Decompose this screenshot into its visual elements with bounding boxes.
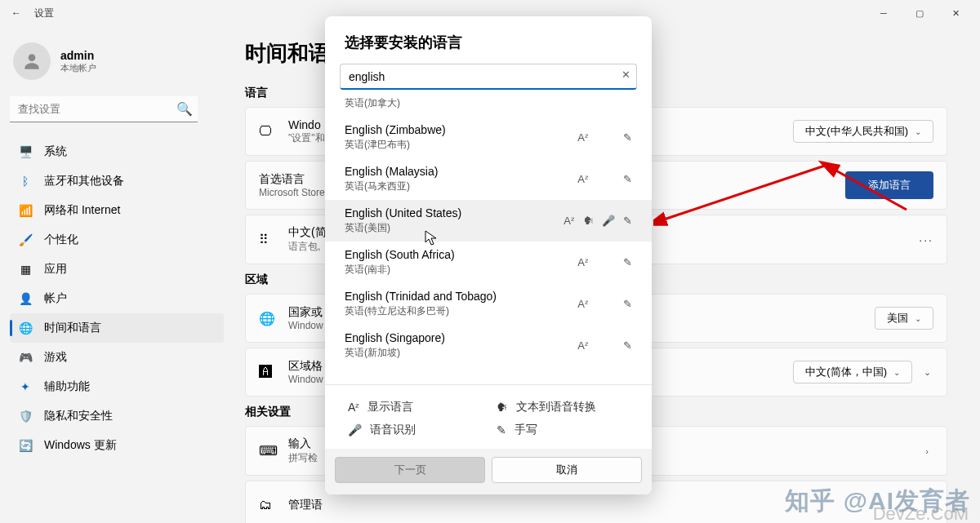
language-item[interactable]: 英语(加拿大) bbox=[325, 95, 652, 117]
add-language-dialog: 选择要安装的语言 ✕ 英语(加拿大)English (Zimbabwe)英语(津… bbox=[325, 16, 652, 494]
sidebar-item-apps[interactable]: ▦应用 bbox=[10, 255, 224, 284]
brush-icon: 🖌️ bbox=[18, 233, 33, 247]
sidebar-item-accessibility[interactable]: ✦辅助功能 bbox=[10, 372, 224, 401]
keyboard-icon: ⌨ bbox=[259, 443, 275, 459]
feature-tts: 🗣文本到语音转换 bbox=[497, 400, 629, 414]
sidebar-item-system[interactable]: 🖥️系统 bbox=[10, 137, 224, 166]
drag-icon[interactable]: ⠿ bbox=[259, 232, 275, 247]
user-block[interactable]: admin 本地帐户 bbox=[10, 36, 224, 96]
sidebar-item-privacy[interactable]: 🛡️隐私和安全性 bbox=[10, 401, 224, 431]
sidebar: admin 本地帐户 🔍 🖥️系统 ᛒ蓝牙和其他设备 📶网络和 Internet… bbox=[0, 26, 237, 523]
maximize-button[interactable]: ▢ bbox=[902, 0, 938, 26]
country-combo[interactable]: 美国⌄ bbox=[875, 307, 933, 330]
expand-toggle[interactable]: ⌄ bbox=[920, 367, 933, 378]
globe-icon: 🌐 bbox=[259, 311, 275, 326]
chevron-down-icon: ⌄ bbox=[915, 127, 921, 136]
sidebar-item-personalize[interactable]: 🖌️个性化 bbox=[10, 225, 224, 255]
svg-point-0 bbox=[29, 54, 36, 61]
watermark2: DevZe.CoM bbox=[873, 503, 969, 523]
wifi-icon: 📶 bbox=[18, 203, 33, 218]
user-sub: 本地帐户 bbox=[60, 62, 96, 74]
admin-icon: 🗂 bbox=[259, 498, 275, 512]
feature-speech: 🎤语音识别 bbox=[348, 423, 480, 437]
search-box[interactable]: 🔍 bbox=[10, 96, 224, 122]
language-item[interactable]: English (Zimbabwe)英语(津巴布韦)Aᶻ✎ bbox=[325, 117, 652, 158]
accessibility-icon: ✦ bbox=[18, 379, 33, 394]
language-search-input[interactable] bbox=[340, 64, 637, 90]
more-button[interactable]: ··· bbox=[919, 233, 933, 246]
back-button[interactable]: ← bbox=[7, 7, 26, 19]
sidebar-item-accounts[interactable]: 👤帐户 bbox=[10, 284, 224, 313]
system-icon: 🖥️ bbox=[18, 144, 33, 159]
display-icon: Aᶻ bbox=[348, 401, 359, 414]
avatar bbox=[13, 42, 51, 80]
sidebar-item-gaming[interactable]: 🎮游戏 bbox=[10, 343, 224, 372]
display-language-combo[interactable]: 中文(中华人民共和国)⌄ bbox=[793, 120, 933, 143]
handwriting-icon: ✎ bbox=[497, 423, 506, 437]
mic-icon: 🎤 bbox=[348, 423, 362, 437]
user-name: admin bbox=[60, 49, 96, 62]
minimize-button[interactable]: ─ bbox=[866, 0, 902, 26]
dialog-title: 选择要安装的语言 bbox=[325, 16, 652, 64]
close-button[interactable]: ✕ bbox=[938, 0, 973, 26]
bluetooth-icon: ᛒ bbox=[18, 174, 33, 188]
monitor-icon: 🖵 bbox=[259, 124, 275, 139]
chevron-down-icon: ⌄ bbox=[915, 314, 921, 323]
gamepad-icon: 🎮 bbox=[18, 350, 33, 365]
update-icon: 🔄 bbox=[18, 438, 33, 453]
feature-handwriting: ✎手写 bbox=[497, 423, 629, 437]
search-icon: 🔍 bbox=[176, 101, 193, 117]
search-input[interactable] bbox=[10, 96, 198, 122]
chevron-down-icon: ⌄ bbox=[893, 368, 900, 377]
window-title: 设置 bbox=[34, 7, 54, 20]
add-language-button[interactable]: 添加语言 bbox=[845, 171, 933, 199]
globe-clock-icon: 🌐 bbox=[18, 321, 33, 335]
clear-search-icon[interactable]: ✕ bbox=[621, 69, 630, 81]
tts-icon: 🗣 bbox=[497, 401, 508, 414]
language-list[interactable]: 英语(加拿大)English (Zimbabwe)英语(津巴布韦)Aᶻ✎Engl… bbox=[325, 95, 652, 385]
language-item[interactable]: English (Malaysia)英语(马来西亚)Aᶻ✎ bbox=[325, 158, 652, 200]
sidebar-item-bluetooth[interactable]: ᛒ蓝牙和其他设备 bbox=[10, 166, 224, 196]
chevron-right-icon: › bbox=[920, 446, 933, 456]
globe-a-icon: 🅰 bbox=[259, 365, 275, 379]
person-icon: 👤 bbox=[18, 291, 33, 306]
language-item[interactable]: English (South Africa)英语(南非)Aᶻ✎ bbox=[325, 242, 652, 283]
language-item[interactable]: English (Singapore)英语(新加坡)Aᶻ✎ bbox=[325, 325, 652, 366]
sidebar-item-update[interactable]: 🔄Windows 更新 bbox=[10, 431, 224, 460]
format-combo[interactable]: 中文(简体，中国)⌄ bbox=[793, 361, 912, 383]
sidebar-item-time[interactable]: 🌐时间和语言 bbox=[10, 313, 224, 343]
language-item[interactable]: English (Trinidad and Tobago)英语(特立尼达和多巴哥… bbox=[325, 283, 652, 325]
shield-icon: 🛡️ bbox=[18, 409, 33, 423]
language-item[interactable]: English (United States)英语(美国)Aᶻ🗣🎤✎ bbox=[325, 200, 652, 242]
sidebar-item-network[interactable]: 📶网络和 Internet bbox=[10, 196, 224, 225]
next-button[interactable]: 下一页 bbox=[335, 457, 485, 483]
feature-display: Aᶻ显示语言 bbox=[348, 400, 480, 414]
apps-icon: ▦ bbox=[18, 262, 33, 277]
cancel-button[interactable]: 取消 bbox=[492, 457, 642, 483]
